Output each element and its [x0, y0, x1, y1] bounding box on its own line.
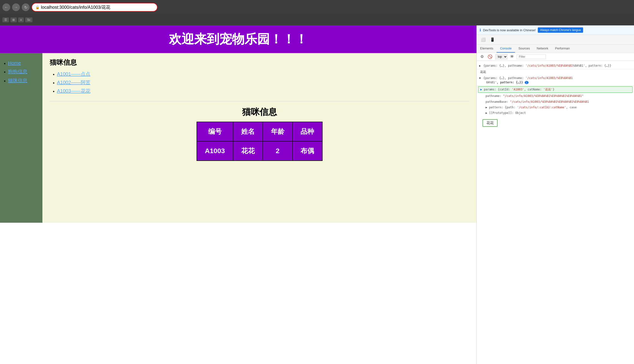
table-row: A1003 花花 2 布偶: [197, 141, 322, 161]
content-area: 猫咪信息 A1001——点点 A1002——阿苦 A1003——花花: [42, 53, 476, 223]
col-name: 姓名: [233, 122, 263, 141]
toolbar-btn-3[interactable]: ≡: [18, 18, 24, 22]
devtools-panel: ℹ DevTools is now available in Chinese! …: [476, 26, 634, 364]
top-selector[interactable]: top: [495, 54, 508, 59]
cat-info-section: 猫咪信息 编号 姓名 年龄 品种 A1003: [50, 104, 469, 161]
lock-icon: 🔒: [36, 5, 40, 9]
tab-sources[interactable]: Sources: [515, 44, 534, 52]
cell-name: 花花: [233, 141, 263, 161]
tab-console[interactable]: Console: [496, 44, 515, 52]
sidebar-item-home: Home: [8, 60, 39, 66]
devtools-block-icon[interactable]: 🚫: [486, 54, 494, 59]
sidebar-item-cats: 猫咪信息: [8, 77, 39, 84]
console-content: ▶ {params: {…}, pathname: '/cats/info/A1…: [477, 60, 634, 364]
sidebar-item-dogs: 狗狗信息: [8, 68, 39, 75]
always-match-button[interactable]: Always match Chrome's langua: [538, 28, 583, 33]
page-main: Home 狗狗信息 猫咪信息 猫咪信息 A1001——点点: [0, 53, 476, 223]
toolbar-btn-4[interactable]: Sc: [25, 18, 32, 22]
browser-chrome: ← → ↻ 🔒 localhost:3000/cats/info/A1003/花…: [0, 0, 634, 14]
table-header-row: 编号 姓名 年龄 品种: [197, 122, 322, 141]
flower-tag: 花花: [482, 119, 498, 127]
cat-item-1: A1001——点点: [57, 71, 469, 77]
flower-tag-container: 花花: [477, 116, 634, 130]
browser-toolbar: ☰ ⊞ ≡ Sc: [0, 14, 634, 26]
forward-button[interactable]: →: [12, 4, 20, 11]
cat-list: A1001——点点 A1002——阿苦 A1003——花花: [50, 71, 469, 94]
cat-link-2[interactable]: A1002——阿苦: [57, 80, 90, 85]
devtools-header: ⬜ 📱: [477, 35, 634, 44]
cat-link-1[interactable]: A1001——点点: [57, 71, 90, 76]
sidebar-nav: Home 狗狗信息 猫咪信息: [4, 60, 39, 84]
tab-elements[interactable]: Elements: [477, 44, 496, 52]
console-filter-input[interactable]: [517, 54, 546, 59]
prototype-line: ▶ [[Prototype]]: Object: [477, 110, 634, 116]
console-obj-summary-1: {params: {…}, pathname: '/cats/info/A100…: [484, 64, 611, 67]
url-text: localhost:3000/cats/info/A1003/花花: [41, 4, 110, 10]
col-age: 年龄: [263, 122, 292, 141]
cat-link-3[interactable]: A1003——花花: [57, 88, 90, 94]
cell-breed: 布偶: [292, 141, 322, 161]
devtools-notice-text: DevTools is now available in Chinese!: [483, 28, 536, 32]
cell-id: A1003: [197, 141, 233, 161]
sidebar: Home 狗狗信息 猫咪信息: [0, 53, 42, 223]
address-bar[interactable]: 🔒 localhost:3000/cats/info/A1003/花花: [32, 3, 158, 12]
expand-arrow-2[interactable]: ▼: [479, 76, 481, 80]
console-text-1: 花花: [477, 69, 634, 75]
devtools-toolbar: ⚙ 🚫 top 👁: [477, 53, 634, 60]
console-entry-2: ▼ {params: {…}, pathname: '/cats/info/A1…: [477, 75, 634, 86]
cat-table: 编号 姓名 年龄 品种 A1003 花花 2 布偶: [196, 122, 322, 161]
pathnamebase-line: pathnameBase: "/cats/info/A1003/%E8%8A%B…: [477, 99, 634, 105]
sidebar-link-cats[interactable]: 猫咪信息: [8, 78, 28, 83]
page-content: 欢迎来到宠物乐园！！！ Home 狗狗信息 猫咪信息 猫咪信: [0, 26, 476, 364]
pattern-line: ▶ pattern: {path: '/cats/info/:catId/:ca…: [477, 105, 634, 110]
devtools-settings-icon[interactable]: ⚙: [479, 54, 485, 59]
params-highlighted: ▶ params: {catId: 'A1003', catName: '花花'…: [478, 86, 632, 93]
cat-detail-title: 猫咪信息: [50, 106, 469, 118]
sidebar-link-home[interactable]: Home: [8, 60, 21, 66]
cat-item-3: A1003——花花: [57, 88, 469, 94]
devtools-eye-icon[interactable]: 👁: [509, 54, 515, 59]
browser-body: 欢迎来到宠物乐园！！！ Home 狗狗信息 猫咪信息 猫咪信: [0, 26, 634, 364]
toolbar-btn-2[interactable]: ⊞: [10, 18, 17, 22]
cat-list-section: 猫咪信息 A1001——点点 A1002——阿苦 A1003——花花: [50, 58, 469, 101]
tab-network[interactable]: Network: [534, 44, 552, 52]
info-icon: ℹ: [480, 28, 481, 32]
cell-age: 2: [263, 141, 292, 161]
back-button[interactable]: ←: [2, 4, 10, 11]
devtools-tabs: Elements Console Sources Network Perform…: [477, 44, 634, 53]
sidebar-link-dogs[interactable]: 狗狗信息: [8, 69, 28, 74]
cat-item-2: A1002——阿苦: [57, 79, 469, 86]
col-breed: 品种: [292, 122, 322, 141]
devtools-device-button[interactable]: 📱: [489, 37, 496, 42]
toolbar-btn-1[interactable]: ☰: [2, 18, 9, 22]
console-entry-1: ▶ {params: {…}, pathname: '/cats/info/A1…: [477, 62, 634, 69]
reload-button[interactable]: ↻: [22, 4, 30, 11]
devtools-inspect-button[interactable]: ⬜: [480, 37, 487, 42]
page-header: 欢迎来到宠物乐园！！！: [0, 26, 476, 53]
cat-list-title: 猫咪信息: [50, 58, 469, 67]
expand-arrow-1[interactable]: ▶: [479, 64, 481, 67]
page-title: 欢迎来到宠物乐园！！！: [5, 31, 471, 48]
tab-performance[interactable]: Performan: [552, 44, 573, 52]
pathname-line: pathname: "/cats/info/A1003/%E8%8A%B1%E8…: [477, 93, 634, 99]
devtools-notice: ℹ DevTools is now available in Chinese! …: [477, 26, 634, 35]
col-id: 编号: [197, 122, 233, 141]
